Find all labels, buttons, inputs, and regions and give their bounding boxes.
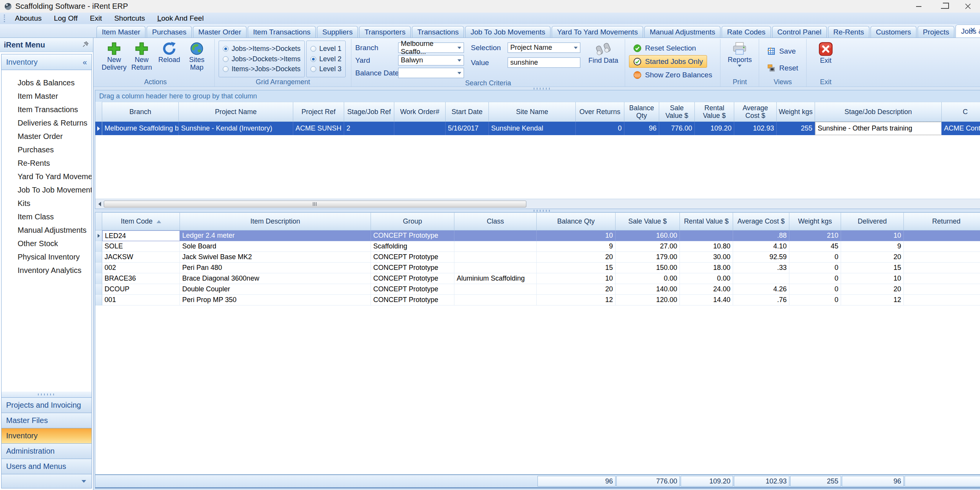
sidebar-item-purchases[interactable]: Purchases	[2, 143, 91, 157]
cell-item-description[interactable]: Brace Diagonal 3600new	[180, 273, 371, 284]
radio-jobs-items-dockets[interactable]: Jobs->Items->Dockets	[223, 45, 301, 53]
cell-rental-value[interactable]: 14.40	[680, 295, 733, 305]
tab-jobs-and-balances[interactable]: Jobs & Balances	[956, 24, 980, 38]
tab-manual-adjustments[interactable]: Manual Adjustments	[644, 26, 720, 38]
cell-item-description[interactable]: Peri Pan 480	[180, 263, 371, 273]
cell-weight-kgs[interactable]: 210	[789, 230, 841, 241]
cell-over-returns[interactable]: 0	[576, 122, 624, 135]
tab-master-order[interactable]: Master Order	[193, 26, 247, 38]
radio-level-2[interactable]: Level 2	[310, 55, 341, 63]
cell-sale-value[interactable]: 140.00	[616, 284, 680, 295]
reports-button[interactable]: Reports	[724, 40, 755, 67]
sidebar-item-master-order[interactable]: Master Order	[2, 130, 91, 143]
cell-project-ref[interactable]: ACME SUNSH	[293, 122, 344, 135]
tab-customers[interactable]: Customers	[871, 26, 916, 38]
menu-log-off[interactable]: Log Off	[48, 13, 84, 24]
cell-start-date[interactable]: 5/16/2017	[446, 122, 489, 135]
cell-average-cost[interactable]: .76	[733, 295, 789, 305]
cell-average-cost[interactable]: .33	[733, 263, 789, 273]
cell-balance-qty[interactable]: 15	[537, 263, 616, 273]
pin-icon[interactable]	[82, 41, 89, 49]
cell-average-cost[interactable]: 4.10	[733, 241, 789, 252]
column-header[interactable]: Stage/Job Ref	[344, 102, 394, 122]
table-row[interactable]: BRACE36 Brace Diagonal 3600new CONCEPT P…	[95, 273, 980, 284]
column-header[interactable]: Weight kgs	[789, 212, 841, 230]
table-row[interactable]: SOLE Sole Board Scaffolding 9 27.00 10.8…	[95, 241, 980, 252]
cell-balance-qty[interactable]: 12	[537, 295, 616, 305]
horizontal-splitter[interactable]	[93, 87, 980, 90]
cell-balance-qty[interactable]: 10	[537, 273, 616, 284]
cell-customer[interactable]: ACME Contra	[942, 122, 980, 135]
column-header[interactable]: Work Order#	[394, 102, 446, 122]
sidebar-group-administration[interactable]: Administration	[2, 444, 91, 459]
cell-item-code[interactable]: BRACE36	[102, 273, 180, 284]
sites-map-button[interactable]: Sites Map	[183, 40, 211, 71]
cell-branch[interactable]: Melbourne Scaffolding bra...	[102, 122, 179, 135]
cell-delivered[interactable]: 10	[841, 273, 904, 284]
cell-delivered[interactable]: 9	[841, 241, 904, 252]
tab-item-transactions[interactable]: Item Transactions	[248, 26, 316, 38]
cell-item-code[interactable]: JACKSW	[102, 252, 180, 263]
cell-class[interactable]	[454, 284, 537, 295]
sidebar-item-jobs-balances[interactable]: Jobs & Balances	[2, 76, 91, 90]
cell-item-code[interactable]: LED24	[102, 230, 180, 241]
column-header[interactable]: Project Name	[179, 102, 293, 122]
cell-item-code[interactable]: DCOUP	[102, 284, 180, 295]
cell-group[interactable]: Scaffolding	[371, 241, 454, 252]
cell-class[interactable]	[454, 230, 537, 241]
sidebar-group-inventory[interactable]: Inventory	[2, 428, 91, 444]
cell-class[interactable]	[454, 241, 537, 252]
cell-rental-value[interactable]: 18.00	[680, 263, 733, 273]
value-input[interactable]	[508, 57, 580, 68]
jobs-grid-selected-row[interactable]: Melbourne Scaffolding bra... Sunshine - …	[95, 122, 980, 135]
cell-item-code[interactable]: 002	[102, 263, 180, 273]
new-return-button[interactable]: New Return	[128, 40, 155, 71]
tab-suppliers[interactable]: Suppliers	[317, 26, 358, 38]
column-header[interactable]: Branch	[102, 102, 179, 122]
sidebar-item-kits[interactable]: Kits	[2, 197, 91, 210]
cell-group[interactable]: CONCEPT Prototype	[371, 263, 454, 273]
reset-selection-button[interactable]: Reset Selection	[629, 42, 700, 54]
scroll-left-button[interactable]	[97, 202, 102, 206]
cell-sale-value[interactable]: 776.00	[659, 122, 695, 135]
column-header[interactable]: Rental Value $	[695, 102, 734, 122]
column-header[interactable]: Stage/Job Description	[815, 102, 942, 122]
column-header[interactable]: Average Cost $	[734, 102, 777, 122]
column-header[interactable]: Site Name	[489, 102, 576, 122]
column-header[interactable]: C	[942, 102, 980, 122]
save-view-button[interactable]: Save	[763, 45, 800, 57]
cell-class[interactable]	[454, 295, 537, 305]
tab-job-to-job-movements[interactable]: Job To Job Movements	[465, 26, 550, 38]
tab-close-button[interactable]	[970, 27, 975, 34]
radio-level-3[interactable]: Level 3	[310, 65, 341, 73]
cell-returned[interactable]: 0	[904, 284, 980, 295]
tab-yard-to-yard-movements[interactable]: Yard To Yard Movements	[552, 26, 643, 38]
cell-delivered[interactable]: 12	[841, 295, 904, 305]
table-row[interactable]: DCOUP Double Coupler CONCEPT Prototype 2…	[95, 284, 980, 295]
cell-stage-job-ref[interactable]: 2	[344, 122, 394, 135]
column-header[interactable]: Sale Value $	[616, 212, 680, 230]
stage-job-description-editor[interactable]: Sunshine - Other Parts training	[815, 122, 942, 135]
collapse-chevron-icon[interactable]: «	[83, 58, 87, 67]
cell-weight-kgs[interactable]: 0	[789, 252, 841, 263]
menu-look-and-feel[interactable]: Look And Feel	[151, 13, 210, 24]
close-button[interactable]	[956, 0, 980, 13]
sidebar-item-job-to-job[interactable]: Job To Job Movements	[2, 183, 91, 197]
cell-sale-value[interactable]: 150.00	[616, 263, 680, 273]
cell-average-cost[interactable]: .88	[733, 230, 789, 241]
sidebar-item-re-rents[interactable]: Re-Rents	[2, 157, 91, 170]
balance-date-dropdown[interactable]	[398, 68, 464, 78]
cell-sale-value[interactable]: 0.00	[616, 273, 680, 284]
sidebar-item-physical-inventory[interactable]: Physical Inventory	[2, 250, 91, 264]
cell-sale-value[interactable]: 160.00	[616, 230, 680, 241]
cell-weight-kgs[interactable]: 0	[789, 295, 841, 305]
cell-group[interactable]: CONCEPT Prototype	[371, 295, 454, 305]
menu-aboutus[interactable]: Aboutus	[9, 13, 48, 24]
column-header[interactable]: Balance Qty	[537, 212, 616, 230]
sidebar-group-master-files[interactable]: Master Files	[2, 413, 91, 428]
cell-rental-value[interactable]: 0.00	[680, 273, 733, 284]
sidebar-splitter[interactable]	[1, 392, 92, 397]
column-header[interactable]: Returned	[904, 212, 980, 230]
cell-returned[interactable]: 0	[904, 230, 980, 241]
column-header[interactable]: Project Ref	[293, 102, 344, 122]
